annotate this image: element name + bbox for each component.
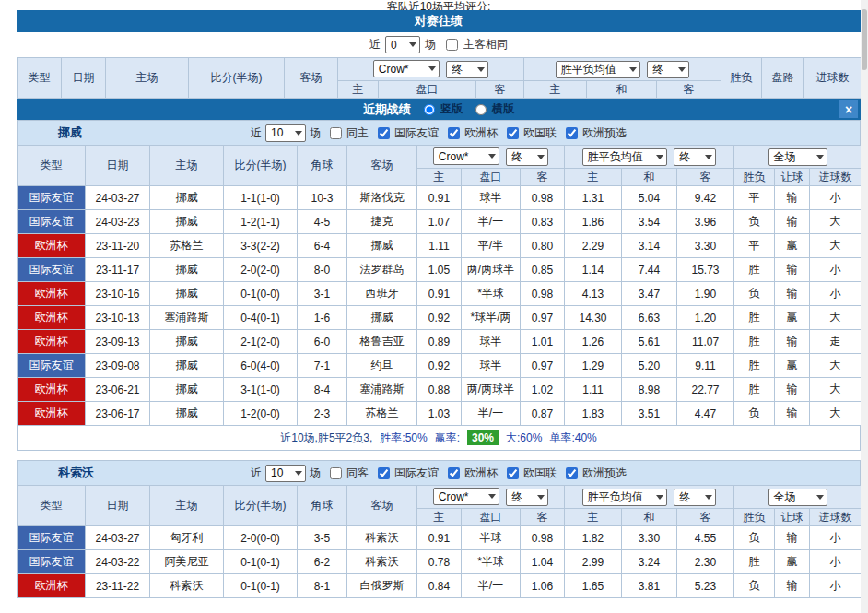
col-odds-line: 盘口 <box>379 81 476 99</box>
scrollbar-thumb[interactable] <box>862 9 867 70</box>
mean-away: 4.55 <box>677 526 734 550</box>
mean-away: 3.30 <box>677 234 734 258</box>
bookmaker-select[interactable]: Crow* <box>373 60 440 77</box>
h2h-count-select[interactable]: 0 <box>385 36 420 53</box>
chevron-down-icon <box>428 66 436 71</box>
mean-home: 1.14 <box>565 258 622 282</box>
mean-select[interactable]: 胜平负均值 <box>582 489 667 506</box>
col-handicap: 让球 <box>775 509 810 526</box>
odds-away: 0.97 <box>521 354 565 378</box>
match-date: 23-06-21 <box>86 378 150 402</box>
league-checkbox-euro[interactable] <box>448 467 460 479</box>
league-label-friendly: 国际友谊 <box>394 466 439 481</box>
league-checkbox-qualifiers[interactable] <box>566 467 578 479</box>
result-goals: 大 <box>810 378 862 402</box>
col-mean-away: 客 <box>677 169 734 186</box>
score: 3-1(1-0) <box>224 378 298 402</box>
mean-draw: 8.98 <box>622 378 677 402</box>
col-home: 主场 <box>106 58 189 99</box>
handicap-line: 半球 <box>462 526 521 550</box>
scope-select[interactable]: 全场 <box>768 489 827 506</box>
chevron-down-icon <box>816 495 824 500</box>
h2h-filter-row: 近 0 场 主客相同 <box>17 32 861 57</box>
vertical-layout-label: 竖版 <box>440 101 463 117</box>
mean-select[interactable]: 胜平负均值 <box>582 148 667 166</box>
odds-away: 0.97 <box>521 306 565 330</box>
league-checkbox-nations[interactable] <box>507 127 519 139</box>
scope-select[interactable]: 全场 <box>768 148 827 166</box>
final-odds-select[interactable]: 终 <box>506 148 548 166</box>
mean-away: 9.42 <box>677 186 734 210</box>
away-team: 约旦 <box>347 354 417 378</box>
match-row: 欧洲杯23-06-17挪威1-2(0-0)2-3苏格兰1.03半/一0.871.… <box>18 402 862 426</box>
vertical-layout-radio[interactable] <box>424 104 435 115</box>
kosovo-count-select[interactable]: 10 <box>265 465 306 482</box>
handicap-line: *半球 <box>462 282 521 306</box>
home-team: 阿美尼亚 <box>150 550 224 574</box>
mean-select[interactable]: 胜平负均值 <box>556 61 640 78</box>
away-team: 法罗群岛 <box>347 258 417 282</box>
col-date: 日期 <box>86 146 150 186</box>
odds-selects-cell: Crow* 终 <box>417 486 565 509</box>
final-mean-select[interactable]: 终 <box>647 61 689 78</box>
chevron-down-icon <box>295 131 302 136</box>
result-wdl: 负 <box>734 574 775 598</box>
away-team: 捷克 <box>347 210 417 234</box>
odds-selects-cell: Crow* 终 <box>417 146 565 169</box>
final-odds-select[interactable]: 终 <box>506 489 548 506</box>
away-avg-rating-label: 客队近10场平均评分: <box>387 0 491 10</box>
match-row: 国际友谊24-03-27匈牙利2-0(0-0)3-5科索沃0.91半球0.981… <box>18 526 862 550</box>
mean-draw: 3.30 <box>622 526 677 550</box>
league-checkbox-nations[interactable] <box>507 467 519 479</box>
final-mean-select[interactable]: 终 <box>674 489 716 506</box>
col-odds-line: 盘口 <box>462 509 521 526</box>
horizontal-layout-radio[interactable] <box>475 104 487 115</box>
scope-select-cell: 全场 <box>734 146 862 169</box>
bookmaker-select[interactable]: Crow* <box>433 488 499 505</box>
col-odds-home: 主 <box>417 509 462 526</box>
norway-count-select[interactable]: 10 <box>265 124 306 142</box>
bookmaker-value: Crow* <box>439 490 469 503</box>
league-checkbox-euro[interactable] <box>448 127 460 139</box>
away-team: 苏格兰 <box>347 402 417 426</box>
score: 1-1(1-0) <box>224 186 298 210</box>
home-team: 挪威 <box>150 258 224 282</box>
same-home-away-checkbox[interactable] <box>446 39 458 51</box>
mean-draw: 3.81 <box>622 574 677 598</box>
same-home-checkbox[interactable] <box>330 127 342 139</box>
chevron-down-icon <box>656 155 663 159</box>
result-goals: 大 <box>810 402 862 426</box>
same-away-checkbox[interactable] <box>330 467 342 479</box>
final-mean-select[interactable]: 终 <box>674 148 716 166</box>
mean-selects-cell: 胜平负均值 终 <box>524 58 721 81</box>
odds-away: 1.02 <box>521 378 565 402</box>
league-checkbox-friendly[interactable] <box>378 127 390 139</box>
league-checkbox-qualifiers[interactable] <box>566 127 578 139</box>
mean-away: 1.20 <box>677 306 734 330</box>
score: 6-0(4-0) <box>224 354 298 378</box>
mean-home: 1.11 <box>565 378 622 402</box>
col-result: 胜负 <box>734 509 775 526</box>
scope-value: 全场 <box>774 149 796 165</box>
mean-selects-cell: 胜平负均值 终 <box>565 146 734 169</box>
close-icon: × <box>845 102 852 117</box>
handicap-line: 两/两球半 <box>462 378 521 402</box>
mean-away: 2.30 <box>677 550 734 574</box>
count-value: 10 <box>271 466 283 479</box>
near-label: 近 <box>251 466 262 481</box>
league-label-euro: 欧洲杯 <box>464 466 498 481</box>
final-odds-select[interactable]: 终 <box>446 61 488 78</box>
result-handicap: 输 <box>775 330 810 354</box>
col-result: 胜负 <box>721 58 762 99</box>
close-button[interactable]: × <box>839 100 858 118</box>
odds-home: 0.91 <box>417 526 462 550</box>
league-checkbox-friendly[interactable] <box>378 467 390 479</box>
col-corner: 角球 <box>298 146 347 186</box>
score: 0-4(0-1) <box>224 306 298 330</box>
match-date: 23-09-08 <box>86 354 150 378</box>
corners: 6-4 <box>298 234 347 258</box>
chevron-down-icon <box>629 67 637 72</box>
chevron-down-icon <box>477 67 485 72</box>
odds-away: 0.98 <box>521 282 565 306</box>
bookmaker-select[interactable]: Crow* <box>433 147 499 165</box>
